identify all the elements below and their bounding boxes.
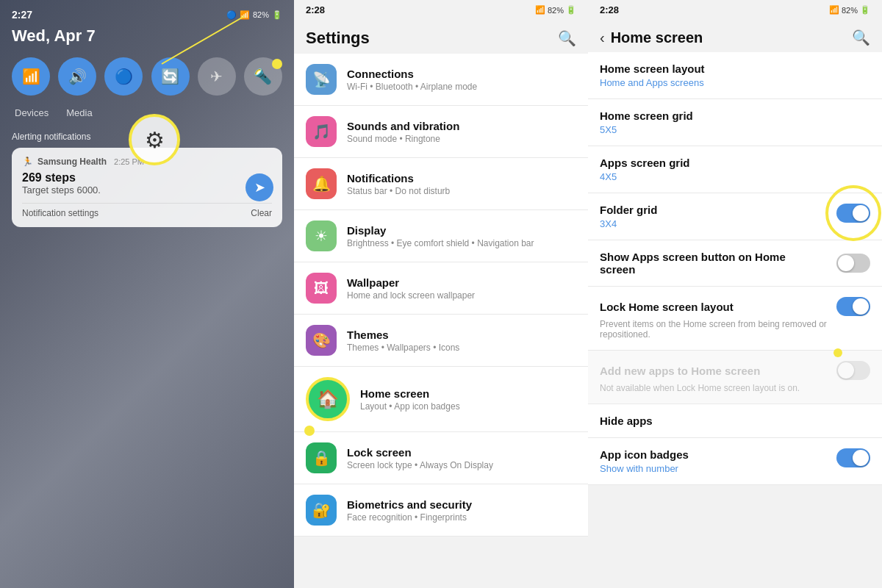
lock-home-screen-toggle[interactable] (836, 297, 870, 316)
homescreen-name: Home screen (360, 387, 576, 400)
p1-quick-toggles: 📶 🔊 🔵 🔄 ✈ 🔦 (12, 57, 282, 96)
p3-time: 2:28 (600, 4, 619, 15)
settings-item-notifications[interactable]: 🔔 Notifications Status bar • Do not dist… (294, 158, 588, 210)
lockscreen-text: Lock screen Screen lock type • Always On… (347, 446, 576, 470)
apps-screen-grid-name: Apps screen grid (600, 157, 690, 169)
settings-title: Settings (306, 29, 370, 48)
lockscreen-name: Lock screen (347, 446, 576, 459)
p2-header: Settings 🔍 (294, 17, 588, 54)
p1-status-icons: 🔵 📶 82% 🔋 (226, 10, 282, 20)
arrow-dot (272, 59, 282, 69)
p3-header-left: ‹ Home screen (600, 29, 703, 46)
clear-notifications-button[interactable]: Clear (251, 208, 272, 218)
settings-item-display[interactable]: ☀ Display Brightness • Eye comfort shiel… (294, 210, 588, 262)
notif-action-button[interactable]: ➤ (245, 173, 273, 201)
hide-apps-name: Hide apps (600, 415, 653, 427)
wifi-toggle[interactable]: 📶 (12, 57, 50, 96)
notifications-icon: 🔔 (306, 168, 337, 199)
notif-app-icon: 🏃 (22, 157, 33, 167)
notif-footer: Notification settings Clear (22, 203, 272, 218)
home-screen-grid-name: Home screen grid (600, 110, 693, 122)
app-icon-badges-name: App icon badges (600, 448, 689, 461)
p2-status-icons: 📶 82% 🔋 (535, 5, 576, 15)
app-icon-badges-item[interactable]: App icon badges Show with number (588, 438, 882, 485)
biometrics-sub: Face recognition • Fingerprints (347, 512, 576, 523)
sounds-icon: 🎵 (306, 116, 337, 147)
settings-list: 📡 Connections Wi-Fi • Bluetooth • Airpla… (294, 54, 588, 588)
app-icon-badges-sub: Show with number (600, 463, 689, 474)
lock-home-screen-item[interactable]: Lock Home screen layout Prevent items on… (588, 287, 882, 351)
display-sub: Brightness • Eye comfort shield • Naviga… (347, 238, 576, 248)
p3-status-bar: 2:28 📶 82% 🔋 (588, 0, 882, 17)
p2-status-bar: 2:28 📶 82% 🔋 (294, 0, 588, 17)
sync-toggle[interactable]: 🔄 (151, 57, 190, 96)
wallpaper-name: Wallpaper (347, 276, 576, 289)
sounds-text: Sounds and vibration Sound mode • Ringto… (347, 120, 576, 144)
airplane-toggle[interactable]: ✈ (198, 57, 236, 96)
homescreen-sub: Layout • App icon badges (360, 401, 576, 412)
folder-grid-item[interactable]: Folder grid 3X4 (588, 193, 882, 240)
connections-icon: 📡 (306, 64, 337, 95)
settings-item-sounds[interactable]: 🎵 Sounds and vibration Sound mode • Ring… (294, 106, 588, 158)
devices-tab[interactable]: Devices (15, 107, 49, 121)
lock-home-screen-name: Lock Home screen layout (600, 301, 734, 313)
display-text: Display Brightness • Eye comfort shield … (347, 224, 576, 248)
add-new-apps-name: Add new apps to Home screen (600, 365, 760, 377)
settings-item-themes[interactable]: 🎨 Themes Themes • Wallpapers • Icons (294, 315, 588, 367)
notif-body: Target steps 6000. (22, 184, 272, 196)
display-name: Display (347, 224, 576, 237)
homescreen-icon-highlighted: 🏠 (306, 377, 350, 421)
lock-home-screen-desc: Prevent items on the Home screen from be… (600, 319, 870, 340)
p3-header: ‹ Home screen 🔍 (588, 17, 882, 52)
add-new-apps-desc: Not available when Lock Home screen layo… (600, 383, 800, 393)
notif-title: 269 steps (22, 171, 272, 184)
settings-search-icon[interactable]: 🔍 (558, 29, 576, 47)
themes-icon: 🎨 (306, 325, 337, 356)
notifications-text: Notifications Status bar • Do not distur… (347, 172, 576, 196)
folder-grid-toggle-highlight (836, 204, 870, 223)
folder-grid-sub: 3X4 (600, 218, 657, 229)
p2-time: 2:28 (306, 4, 325, 15)
notification-settings-button[interactable]: Notification settings (22, 208, 98, 218)
settings-item-lockscreen[interactable]: 🔒 Lock screen Screen lock type • Always … (294, 432, 588, 484)
sounds-sub: Sound mode • Ringtone (347, 134, 576, 144)
app-icon-badges-toggle[interactable] (836, 448, 870, 467)
bluetooth-toggle[interactable]: 🔵 (104, 57, 143, 96)
p2-arrow-dot (304, 426, 315, 436)
biometrics-icon: 🔐 (306, 495, 337, 526)
show-apps-button-toggle[interactable] (836, 254, 870, 273)
lockscreen-icon: 🔒 (306, 442, 337, 473)
apps-screen-grid-item[interactable]: Apps screen grid 4X5 (588, 146, 882, 193)
notification-shade-panel: 2:27 🔵 📶 82% 🔋 Wed, Apr 7 📶 🔊 🔵 🔄 ✈ 🔦 De… (0, 0, 294, 588)
back-button[interactable]: ‹ (600, 29, 605, 46)
settings-item-connections[interactable]: 📡 Connections Wi-Fi • Bluetooth • Airpla… (294, 54, 588, 106)
settings-gear-circle[interactable]: ⚙ (129, 114, 180, 165)
app-icon-badges-toggle-knob (853, 450, 869, 466)
home-screen-layout-item[interactable]: Home screen layout Home and Apps screens (588, 52, 882, 99)
sounds-name: Sounds and vibration (347, 120, 576, 132)
connections-sub: Wi-Fi • Bluetooth • Airplane mode (347, 82, 576, 92)
p1-time: 2:27 (12, 9, 32, 21)
homescreen-text: Home screen Layout • App icon badges (360, 387, 576, 412)
home-screen-settings-list: Home screen layout Home and Apps screens… (588, 52, 882, 588)
p1-status-bar: 2:27 🔵 📶 82% 🔋 (12, 9, 282, 21)
settings-item-biometrics[interactable]: 🔐 Biometrics and security Face recogniti… (294, 484, 588, 537)
home-screen-grid-sub: 5X5 (600, 124, 693, 135)
sound-toggle[interactable]: 🔊 (58, 57, 96, 96)
themes-sub: Themes • Wallpapers • Icons (347, 343, 576, 353)
home-screen-grid-item[interactable]: Home screen grid 5X5 (588, 99, 882, 146)
themes-name: Themes (347, 329, 576, 341)
notif-app-name: Samsung Health (37, 157, 107, 167)
show-apps-button-item[interactable]: Show Apps screen button on Home screen (588, 240, 882, 287)
settings-item-wallpaper[interactable]: 🖼 Wallpaper Home and lock screen wallpap… (294, 262, 588, 315)
settings-item-homescreen[interactable]: 🏠 Home screen Layout • App icon badges (294, 367, 588, 432)
media-tab[interactable]: Media (66, 107, 92, 121)
hide-apps-item[interactable]: Hide apps (588, 404, 882, 438)
add-new-apps-toggle-knob (838, 362, 854, 379)
add-new-apps-item: Add new apps to Home screen Not availabl… (588, 351, 882, 404)
folder-grid-toggle[interactable] (836, 204, 870, 223)
home-screen-search-icon[interactable]: 🔍 (852, 29, 870, 46)
p3-status-icons: 📶 82% 🔋 (829, 5, 870, 15)
home-screen-settings-title: Home screen (611, 29, 703, 46)
lock-home-screen-toggle-knob (853, 298, 869, 315)
